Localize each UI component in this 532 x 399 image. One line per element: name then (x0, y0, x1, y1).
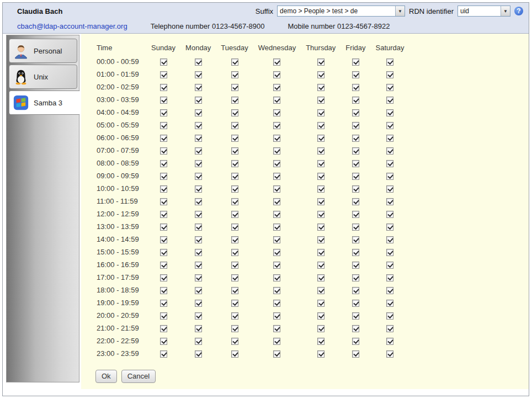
hour-checkbox[interactable] (352, 198, 359, 205)
hour-checkbox[interactable] (195, 325, 202, 332)
hour-checkbox[interactable] (352, 350, 359, 358)
hour-checkbox[interactable] (352, 287, 359, 294)
hour-checkbox[interactable] (317, 147, 324, 155)
hour-checkbox[interactable] (352, 300, 359, 307)
hour-checkbox[interactable] (231, 160, 238, 167)
hour-checkbox[interactable] (317, 287, 324, 294)
hour-checkbox[interactable] (273, 262, 280, 269)
hour-checkbox[interactable] (317, 97, 324, 104)
tab-unix[interactable]: Unix (9, 65, 77, 89)
hour-checkbox[interactable] (386, 135, 393, 142)
hour-checkbox[interactable] (386, 325, 393, 332)
hour-checkbox[interactable] (160, 58, 167, 66)
hour-checkbox[interactable] (273, 312, 280, 320)
hour-checkbox[interactable] (195, 312, 202, 320)
hour-checkbox[interactable] (273, 325, 280, 332)
hour-checkbox[interactable] (160, 109, 167, 116)
hour-checkbox[interactable] (386, 338, 393, 345)
hour-checkbox[interactable] (195, 185, 202, 193)
hour-checkbox[interactable] (386, 274, 393, 281)
hour-checkbox[interactable] (352, 312, 359, 320)
hour-checkbox[interactable] (195, 211, 202, 218)
hour-checkbox[interactable] (160, 236, 167, 243)
hour-checkbox[interactable] (231, 71, 238, 78)
tab-samba3[interactable]: Samba 3 (9, 91, 80, 115)
hour-checkbox[interactable] (160, 350, 167, 358)
hour-checkbox[interactable] (160, 249, 167, 256)
hour-checkbox[interactable] (231, 262, 238, 269)
hour-checkbox[interactable] (231, 185, 238, 193)
hour-checkbox[interactable] (195, 97, 202, 104)
hour-checkbox[interactable] (160, 97, 167, 104)
hour-checkbox[interactable] (160, 198, 167, 205)
hour-checkbox[interactable] (273, 338, 280, 345)
hour-checkbox[interactable] (195, 287, 202, 294)
hour-checkbox[interactable] (195, 224, 202, 231)
hour-checkbox[interactable] (160, 84, 167, 91)
hour-checkbox[interactable] (352, 236, 359, 243)
hour-checkbox[interactable] (317, 71, 324, 78)
hour-checkbox[interactable] (386, 160, 393, 167)
hour-checkbox[interactable] (195, 71, 202, 78)
hour-checkbox[interactable] (386, 84, 393, 91)
hour-checkbox[interactable] (195, 122, 202, 129)
hour-checkbox[interactable] (317, 300, 324, 307)
hour-checkbox[interactable] (352, 262, 359, 269)
hour-checkbox[interactable] (195, 338, 202, 345)
hour-checkbox[interactable] (160, 300, 167, 307)
hour-checkbox[interactable] (386, 185, 393, 193)
hour-checkbox[interactable] (195, 300, 202, 307)
hour-checkbox[interactable] (317, 198, 324, 205)
hour-checkbox[interactable] (160, 135, 167, 142)
hour-checkbox[interactable] (273, 71, 280, 78)
hour-checkbox[interactable] (386, 350, 393, 358)
hour-checkbox[interactable] (231, 350, 238, 358)
email-link[interactable]: cbach@ldap-account-manager.org (17, 22, 127, 30)
hour-checkbox[interactable] (160, 287, 167, 294)
hour-checkbox[interactable] (386, 58, 393, 66)
hour-checkbox[interactable] (231, 109, 238, 116)
hour-checkbox[interactable] (231, 122, 238, 129)
hour-checkbox[interactable] (231, 224, 238, 231)
hour-checkbox[interactable] (160, 312, 167, 320)
hour-checkbox[interactable] (317, 135, 324, 142)
hour-checkbox[interactable] (231, 249, 238, 256)
hour-checkbox[interactable] (195, 198, 202, 205)
hour-checkbox[interactable] (352, 185, 359, 193)
cancel-button[interactable]: Cancel (121, 370, 156, 383)
hour-checkbox[interactable] (352, 211, 359, 218)
hour-checkbox[interactable] (386, 97, 393, 104)
hour-checkbox[interactable] (352, 224, 359, 231)
hour-checkbox[interactable] (386, 147, 393, 155)
hour-checkbox[interactable] (317, 312, 324, 320)
hour-checkbox[interactable] (317, 338, 324, 345)
hour-checkbox[interactable] (160, 262, 167, 269)
hour-checkbox[interactable] (160, 173, 167, 180)
hour-checkbox[interactable] (160, 185, 167, 193)
hour-checkbox[interactable] (273, 173, 280, 180)
hour-checkbox[interactable] (317, 249, 324, 256)
hour-checkbox[interactable] (160, 338, 167, 345)
hour-checkbox[interactable] (386, 236, 393, 243)
hour-checkbox[interactable] (231, 312, 238, 320)
hour-checkbox[interactable] (317, 58, 324, 66)
hour-checkbox[interactable] (273, 236, 280, 243)
hour-checkbox[interactable] (352, 274, 359, 281)
hour-checkbox[interactable] (352, 147, 359, 155)
hour-checkbox[interactable] (160, 147, 167, 155)
tab-personal[interactable]: Personal (9, 39, 77, 63)
hour-checkbox[interactable] (273, 249, 280, 256)
hour-checkbox[interactable] (273, 97, 280, 104)
hour-checkbox[interactable] (386, 211, 393, 218)
hour-checkbox[interactable] (317, 84, 324, 91)
hour-checkbox[interactable] (273, 350, 280, 358)
hour-checkbox[interactable] (273, 224, 280, 231)
chevron-down-icon[interactable]: ▼ (395, 6, 405, 16)
hour-checkbox[interactable] (273, 147, 280, 155)
hour-checkbox[interactable] (386, 173, 393, 180)
hour-checkbox[interactable] (352, 71, 359, 78)
hour-checkbox[interactable] (317, 160, 324, 167)
hour-checkbox[interactable] (386, 122, 393, 129)
hour-checkbox[interactable] (195, 350, 202, 358)
hour-checkbox[interactable] (160, 274, 167, 281)
